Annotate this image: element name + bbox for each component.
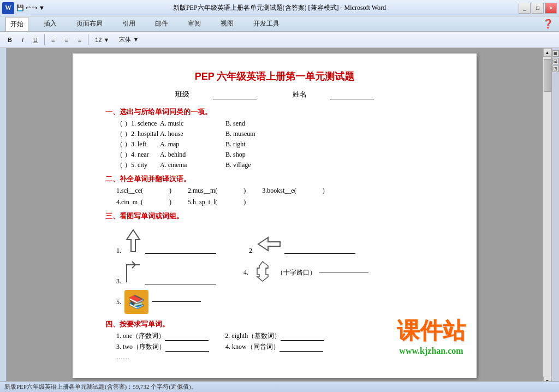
arrow-left-icon (257, 235, 281, 255)
q2-row: （ ）2. hospital A. house B. museum (105, 129, 444, 139)
pic2-line[interactable] (284, 253, 355, 254)
picture-row-34: 3. 4. (105, 259, 444, 286)
sidebar-btn-3[interactable]: ◳ (552, 66, 559, 72)
w1-text: 1. one（序数词） (116, 331, 209, 341)
svg-marker-3 (257, 262, 268, 281)
align-left-button[interactable]: ≡ (48, 35, 58, 44)
doc-title: PEP 六年级英语上册第一单元测试题 (105, 70, 444, 83)
sidebar-btn-1[interactable]: ▦ (552, 50, 559, 57)
sidebar-btn-2[interactable]: ◱ (552, 58, 559, 64)
save-icon[interactable]: 💾 (16, 4, 24, 11)
customize-icon[interactable]: ▼ (39, 4, 45, 11)
scroll-up-button[interactable]: ▲ (543, 48, 552, 57)
redo-icon[interactable]: ↪ (32, 4, 37, 11)
tab-reference[interactable]: 引用 (118, 17, 140, 31)
app-icon: W (2, 2, 14, 14)
q4-row: （ ）4. near A. behind B. shop (105, 150, 444, 159)
pic4-label: （十字路口） (277, 268, 316, 277)
tab-insert[interactable]: 插入 (39, 17, 61, 31)
font-family-button[interactable]: 宋体 ▼ (116, 34, 142, 45)
maximize-button[interactable]: □ (532, 3, 544, 14)
toolbar-sep-1 (44, 34, 45, 45)
picture-item-2: 2. (249, 229, 355, 255)
section3-header: 三、看图写单词或词组。 (105, 211, 444, 221)
section1-header: 一、选出与所给单词同类的一项。 (105, 107, 444, 117)
undo-icon[interactable]: ↩ (26, 4, 31, 11)
picture-row-12: 1. 2. (105, 229, 444, 255)
font-size-button[interactable]: 12 ▼ (92, 35, 112, 44)
tab-layout[interactable]: 页面布局 (72, 17, 107, 31)
font-underline-button[interactable]: U (30, 35, 41, 44)
q3-b: B. right (225, 140, 291, 149)
pic3-line[interactable] (145, 284, 216, 284)
w3-text: 3. two（序数词） (116, 342, 209, 352)
name-label: 姓名 (293, 90, 307, 99)
name-underline[interactable] (330, 99, 374, 99)
fill-row1: 1.sci__ce( ) 2.mus__m( ) 3.bookst__e( ) (105, 186, 444, 195)
pic4-num: 4. (243, 269, 248, 277)
fill-item-5: 5.h_sp_t_l( ) (188, 198, 246, 207)
doc-area: PEP 六年级英语上册第一单元测试题 班级 姓名 一、选出与所给单词同类的一项。… (7, 48, 543, 385)
svg-marker-1 (258, 237, 280, 251)
q4-a: A. behind (160, 151, 225, 159)
align-right-button[interactable]: ≡ (75, 35, 85, 44)
cross-road-icon (252, 260, 273, 284)
fill-item-4: 4.cin_m_( ) (116, 198, 171, 207)
align-center-button[interactable]: ≡ (61, 35, 71, 44)
q2-b: B. museum (225, 130, 291, 138)
q3-a: A. map (160, 140, 225, 149)
close-button[interactable]: ✕ (545, 3, 557, 14)
book-icon: 📚 (124, 290, 148, 314)
tab-mail[interactable]: 邮件 (151, 17, 173, 31)
title-bar-controls[interactable]: _ □ ✕ (519, 3, 557, 14)
pic5-line[interactable] (152, 301, 201, 302)
q1-row: （ ）1. science A. music B. send (105, 119, 444, 128)
status-bar: 新版PEP六年级英语上册各单元测试题(含答案)：59,732 个字符(近似值)。 (0, 381, 559, 392)
fill-item-3: 3.bookst__e( ) (262, 186, 324, 195)
pic3-num: 3. (116, 277, 121, 286)
font-bold-button[interactable]: B (4, 35, 15, 44)
q4-b: B. shop (225, 151, 291, 159)
q5-num: （ ）5. city (116, 161, 160, 170)
q5-row: （ ）5. city A. cinema B. village (105, 161, 444, 170)
pic1-num: 1. (116, 247, 121, 255)
arrow-up-icon (124, 229, 142, 255)
document-page: PEP 六年级英语上册第一单元测试题 班级 姓名 一、选出与所给单词同类的一项。… (73, 54, 477, 378)
ribbon: 开始 插入 页面布局 引用 邮件 审阅 视图 开发工具 ❓ (0, 16, 559, 32)
q1-num: （ ）1. science (116, 119, 160, 128)
q4-num: （ ）4. near (116, 150, 160, 159)
class-underline[interactable] (213, 99, 257, 99)
window-title: 新版PEP六年级英语上册各单元测试题(含答案) [兼容模式] - Microso… (173, 3, 386, 13)
font-italic-button[interactable]: I (19, 35, 27, 44)
tab-review[interactable]: 审阅 (183, 17, 205, 31)
pic5-num: 5. (116, 298, 121, 306)
writing-row1: 1. one（序数词） 2. eighth（基数词） (105, 331, 444, 341)
app-icon-letter: W (5, 4, 11, 12)
pic1-line[interactable] (145, 253, 216, 254)
fill-item-2: 2.mus__m( ) (188, 186, 246, 195)
tab-developer[interactable]: 开发工具 (249, 17, 284, 31)
left-panel (0, 48, 7, 385)
toolbar: B I U ≡ ≡ ≡ 12 ▼ 宋体 ▼ (0, 32, 559, 48)
w2-text: 2. eighth（基数词） (225, 331, 324, 341)
picture-item-3: 3. (116, 259, 216, 286)
spacer1 (105, 223, 444, 227)
tab-start[interactable]: 开始 (5, 17, 28, 31)
scroll-thumb[interactable] (544, 59, 551, 92)
q1-b: B. send (225, 120, 291, 128)
picture-item-4: 4. （十字路口） (243, 260, 368, 284)
pic4-line[interactable] (319, 272, 368, 272)
q5-a: A. cinema (160, 161, 225, 169)
help-icon[interactable]: ❓ (543, 19, 554, 29)
section2-header: 二、补全单词并翻译汉语。 (105, 174, 444, 184)
status-text: 新版PEP六年级英语上册各单元测试题(含答案)：59,732 个字符(近似值)。 (4, 383, 197, 391)
minimize-button[interactable]: _ (519, 3, 531, 14)
pic2-num: 2. (249, 247, 254, 255)
toolbar-sep-2 (88, 34, 88, 45)
tab-view[interactable]: 视图 (216, 17, 238, 31)
title-bar-left: W 💾 ↩ ↪ ▼ (2, 2, 45, 14)
scrollbar[interactable]: ▲ ▼ (543, 48, 551, 385)
section4-header: 四、按要求写单词。 (105, 319, 444, 329)
picture-item-1: 1. (116, 229, 216, 255)
q3-num: （ ）3. left (116, 140, 160, 149)
